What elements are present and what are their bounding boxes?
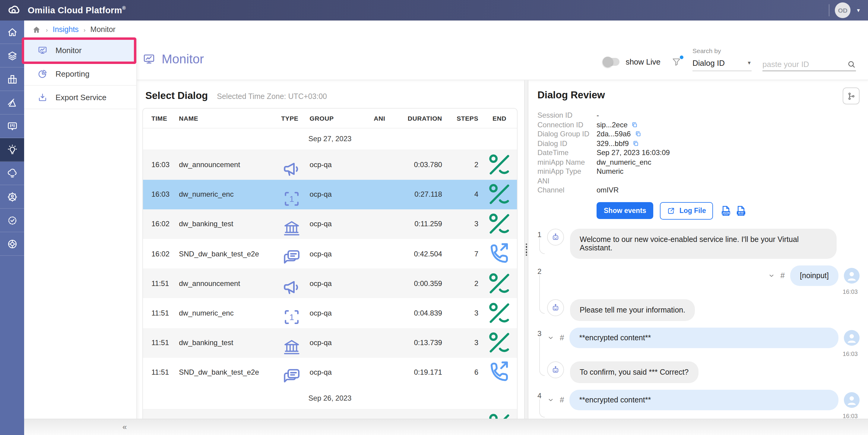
export-json-icon[interactable]: JSON — [720, 204, 733, 217]
home-icon[interactable] — [32, 25, 41, 34]
date-separator-row: Sep 27, 2023 — [143, 128, 517, 150]
table-row[interactable]: 11:51SND_dw_bank_test_e2eocp-qa0:19.1716 — [143, 358, 517, 387]
dtmf-hash-icon[interactable]: # — [560, 395, 564, 404]
bot-message-bubble: Please tell me your information. — [570, 299, 695, 321]
chevron-down-icon[interactable] — [768, 272, 775, 279]
rail-item-cert[interactable] — [0, 209, 24, 232]
cell-steps: 3 — [446, 298, 482, 328]
cell-duration: 0:11.259 — [389, 209, 446, 239]
cell-group: ocp-qa — [306, 209, 361, 239]
cell-time: 11:51 — [143, 328, 175, 358]
sidebar-collapse-chevrons[interactable]: « — [122, 422, 125, 431]
message-timestamp: 16:03 — [537, 350, 858, 357]
divider-drag-handle[interactable] — [526, 243, 527, 256]
select-caret-icon: ▼ — [747, 60, 752, 66]
rail-item-blocks[interactable] — [0, 68, 24, 91]
rail-item-cloud[interactable] — [0, 162, 24, 185]
cell-ani — [361, 358, 389, 387]
chevron-down-icon[interactable] — [547, 334, 554, 341]
cell-end — [482, 239, 517, 269]
sidebar-item-reporting[interactable]: Reporting — [24, 62, 136, 86]
table-row[interactable]: 11:51dw_numeric_enc1ocp-qa0:04.8393 — [143, 298, 517, 328]
rail-item-boards[interactable] — [0, 115, 24, 138]
step-connector — [539, 238, 545, 254]
svg-text:1: 1 — [289, 313, 294, 322]
rail-item-support[interactable] — [0, 232, 24, 256]
step-connector — [539, 337, 545, 376]
cell-steps: 3 — [446, 209, 482, 239]
date-label: Sep 26, 2023 — [143, 387, 517, 409]
table-row[interactable]: 16:03dw_announcementocp-qa0:03.7802 — [143, 150, 517, 180]
bot-message-bubble: Welcome to our new voice-enabled service… — [570, 228, 837, 258]
table-row[interactable]: 11:51dw_banking_testocp-qa0:13.7393 — [143, 328, 517, 358]
svg-text:1: 1 — [289, 194, 294, 204]
table-row[interactable]: 16:02SND_dw_bank_test_e2eocp-qa0:42.5047 — [143, 239, 517, 269]
panel-resize-divider[interactable] — [524, 80, 528, 419]
bot-turn-row: Welcome to our new voice-enabled service… — [547, 228, 860, 258]
table-row[interactable]: 11:51dw_announcementocp-qa0:00.3592 — [143, 269, 517, 298]
field-value: dw_numeric_enc — [596, 158, 860, 166]
rail-item-design[interactable] — [0, 91, 24, 115]
transcript-step: 4 # **encrypted content** 16:03 — [537, 390, 860, 419]
cell-end — [482, 209, 517, 239]
copy-icon[interactable] — [632, 140, 640, 147]
search-input[interactable] — [763, 60, 847, 69]
call-transfer-icon — [486, 359, 513, 386]
cell-time: 11:51 — [143, 298, 175, 328]
show-events-button[interactable]: Show events — [596, 202, 654, 219]
bot-turn-row: Please tell me your information. — [547, 299, 860, 321]
message-timestamp: 16:03 — [537, 412, 858, 419]
column-header-name: NAME — [175, 108, 277, 128]
breadcrumb-separator: › — [46, 26, 48, 33]
sidebar-item-export-service[interactable]: Export Service — [24, 86, 136, 109]
rail-item-home[interactable] — [0, 21, 24, 44]
monitor-icon — [142, 53, 156, 66]
dtmf-hash-icon[interactable]: # — [560, 333, 564, 342]
boards-icon — [6, 120, 18, 132]
rail-item-layers[interactable] — [0, 44, 24, 68]
breadcrumb-insights-link[interactable]: Insights — [53, 25, 79, 34]
search-by-select[interactable]: Dialog ID ▼ — [692, 59, 752, 71]
field-label: miniApp Name — [537, 158, 596, 166]
cell-steps: 4 — [446, 180, 482, 209]
export-rtf-icon[interactable]: RTF — [735, 204, 748, 217]
field-value: 2da...59a6 — [596, 130, 860, 138]
cell-time: 16:02 — [143, 209, 175, 239]
dtmf-hash-icon[interactable]: # — [780, 271, 785, 280]
page-title: Monitor — [142, 52, 204, 66]
table-row[interactable]: 16:02dw_banking_testocp-qa0:11.2593 — [143, 209, 517, 239]
rail-item-insights[interactable] — [0, 138, 24, 162]
copy-icon[interactable] — [634, 131, 642, 138]
filter-funnel-icon[interactable] — [671, 57, 682, 71]
cell-name: dw_banking_test — [175, 209, 277, 239]
field-value: omIVR — [596, 186, 860, 194]
log-file-button[interactable]: Log File — [660, 202, 713, 219]
cell-type: 1 — [277, 298, 306, 328]
cell-group: ocp-qa — [306, 298, 361, 328]
cell-duration: 0:27.118 — [389, 180, 446, 209]
chevron-down-icon[interactable] — [547, 396, 554, 403]
pie-icon — [37, 68, 48, 79]
transcript-step: 1 Welcome to our new voice-enabled servi… — [537, 228, 860, 258]
copy-icon[interactable] — [631, 121, 639, 128]
user-turn-row: # [noinput] — [547, 265, 860, 286]
user-menu-caret-icon[interactable]: ▼ — [856, 7, 861, 13]
cell-group: ocp-qa — [306, 269, 361, 298]
layers-icon — [6, 50, 18, 61]
user-avatar[interactable]: OD — [835, 2, 850, 18]
cell-end — [482, 269, 517, 298]
dialog-review-title: Dialog Review — [537, 89, 605, 101]
field-value — [596, 177, 860, 185]
account-icon — [6, 191, 18, 203]
numeric-icon: 1 — [281, 307, 302, 328]
dialog-tree-view-button[interactable] — [843, 88, 860, 104]
show-live-toggle[interactable] — [603, 58, 619, 66]
topbar-divider — [829, 4, 829, 16]
rail-item-account[interactable] — [0, 185, 24, 209]
cell-group: ocp-qa — [306, 180, 361, 209]
search-icon[interactable] — [847, 60, 856, 69]
cell-type — [277, 328, 306, 358]
table-row[interactable]: 16:03dw_numeric_enc1ocp-qa0:27.1184 — [143, 180, 517, 209]
sidebar-item-monitor[interactable]: Monitor — [24, 39, 136, 62]
monitor-icon — [37, 45, 48, 55]
